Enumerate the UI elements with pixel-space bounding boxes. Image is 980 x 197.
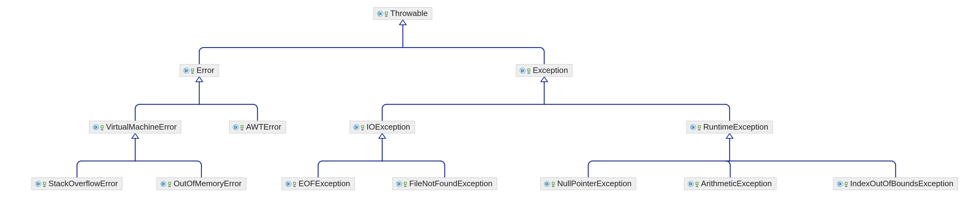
svg-rect-80 bbox=[405, 183, 406, 184]
edges-layer bbox=[0, 0, 980, 197]
class-icon bbox=[396, 180, 407, 187]
class-icon bbox=[160, 180, 172, 187]
class-icon bbox=[837, 180, 848, 187]
svg-rect-85 bbox=[552, 186, 554, 187]
svg-rect-76 bbox=[294, 183, 295, 184]
class-node-arithmeticexception: ArithmeticException bbox=[684, 177, 776, 190]
class-node-stackoverflowerror: StackOverflowError bbox=[32, 177, 122, 190]
svg-marker-6 bbox=[196, 77, 203, 82]
class-node-runtimeexception: RuntimeException bbox=[686, 121, 773, 133]
class-icon bbox=[285, 180, 297, 187]
class-node-error: Error bbox=[180, 64, 219, 77]
class-node-exception: Exception bbox=[516, 64, 573, 77]
class-node-label: Exception bbox=[533, 65, 568, 75]
class-node-throwable: Throwable bbox=[373, 7, 432, 20]
svg-rect-69 bbox=[43, 186, 46, 187]
class-node-label: OutOfMemoryError bbox=[173, 179, 242, 188]
class-node-label: EOFException bbox=[298, 179, 350, 188]
class-icon bbox=[92, 124, 104, 130]
class-icon bbox=[519, 67, 531, 74]
svg-rect-72 bbox=[169, 183, 170, 184]
svg-rect-41 bbox=[385, 15, 387, 17]
svg-rect-60 bbox=[362, 126, 363, 127]
class-node-label: NullPointerException bbox=[557, 179, 632, 188]
class-node-awterror: AWTError bbox=[229, 121, 286, 133]
class-node-nullpointerexception: NullPointerException bbox=[540, 177, 636, 190]
class-node-label: IOException bbox=[366, 122, 410, 132]
class-node-label: IndexOutOfBoundsException bbox=[850, 179, 953, 188]
svg-rect-77 bbox=[293, 186, 296, 187]
svg-rect-81 bbox=[404, 186, 407, 187]
class-icon bbox=[35, 180, 46, 187]
svg-marker-0 bbox=[399, 20, 406, 25]
svg-rect-73 bbox=[168, 186, 170, 187]
class-node-label: Throwable bbox=[390, 9, 428, 18]
class-icon bbox=[232, 124, 244, 130]
svg-rect-68 bbox=[44, 183, 45, 184]
svg-rect-40 bbox=[386, 12, 387, 14]
class-icon bbox=[377, 10, 388, 17]
svg-rect-61 bbox=[361, 129, 364, 130]
class-node-label: ArithmeticException bbox=[701, 179, 772, 188]
svg-rect-56 bbox=[242, 126, 243, 127]
svg-rect-49 bbox=[528, 72, 530, 73]
class-node-indexoutofboundsexception: IndexOutOfBoundsException bbox=[833, 177, 958, 190]
class-node-label: RuntimeException bbox=[703, 122, 768, 132]
svg-rect-48 bbox=[528, 69, 530, 70]
class-icon bbox=[690, 124, 702, 130]
class-node-virtualmachineerror: VirtualMachineError bbox=[89, 121, 181, 133]
class-icon bbox=[353, 124, 365, 130]
svg-rect-65 bbox=[698, 129, 701, 130]
svg-rect-64 bbox=[699, 126, 700, 127]
svg-rect-45 bbox=[191, 72, 194, 73]
class-node-label: VirtualMachineError bbox=[106, 122, 177, 132]
class-node-filenotfoundexception: FileNotFoundException bbox=[392, 177, 497, 190]
class-node-label: Error bbox=[196, 65, 214, 75]
class-node-ioexception: IOException bbox=[350, 121, 415, 133]
svg-rect-52 bbox=[101, 126, 103, 127]
class-icon bbox=[544, 180, 555, 187]
svg-marker-30 bbox=[726, 133, 733, 138]
class-icon bbox=[183, 67, 195, 74]
diagram-canvas: Throwable Error bbox=[0, 0, 980, 197]
class-node-label: AWTError bbox=[246, 122, 282, 132]
svg-rect-57 bbox=[241, 129, 243, 130]
class-node-label: StackOverflowError bbox=[48, 179, 118, 188]
svg-rect-53 bbox=[101, 129, 103, 130]
class-node-label: FileNotFoundException bbox=[409, 179, 492, 188]
class-icon bbox=[687, 180, 699, 187]
svg-rect-92 bbox=[845, 183, 846, 184]
class-node-eofexception: EOFException bbox=[282, 177, 355, 190]
svg-rect-89 bbox=[696, 186, 698, 187]
svg-rect-93 bbox=[845, 186, 847, 187]
svg-rect-88 bbox=[696, 183, 698, 184]
svg-rect-44 bbox=[192, 69, 193, 70]
svg-marker-12 bbox=[541, 77, 547, 82]
class-node-outofmemoryerror: OutOfMemoryError bbox=[156, 177, 246, 190]
svg-marker-24 bbox=[379, 133, 386, 138]
svg-marker-18 bbox=[132, 133, 138, 138]
svg-rect-84 bbox=[552, 183, 554, 184]
